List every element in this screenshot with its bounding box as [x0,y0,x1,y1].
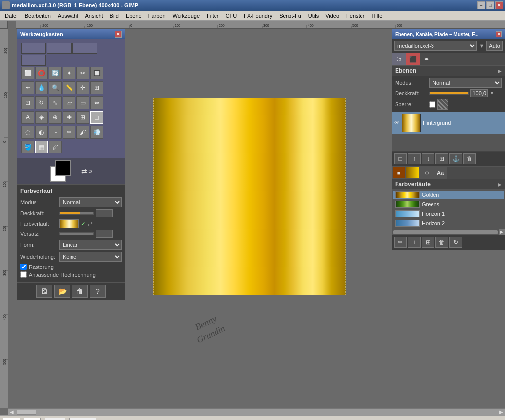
rasterung-checkbox[interactable] [20,264,27,270]
tab-channels[interactable]: ⬛ [406,53,420,65]
menu-cfu[interactable]: CFU [222,12,240,20]
tool-color-picker[interactable]: 💧 [35,81,48,94]
tool-perspective-clone[interactable]: ⊞ [76,111,89,124]
tool-airbrush[interactable]: 💨 [90,126,103,139]
gradient-item-golden[interactable]: Golden [393,191,504,199]
tool-lasso[interactable]: 🔄 [49,67,62,79]
menu-werkzeuge[interactable]: Werkzeuge [170,12,203,20]
new-gradient-button[interactable]: + [408,237,421,248]
gradient-item-horizon1[interactable]: Horizon 1 [393,209,504,218]
gradient-item-horizon2[interactable]: Horizon 2 [393,219,504,228]
menu-fenster[interactable]: Fenster [343,12,367,20]
reset-colors-button[interactable]: ↺ [88,169,92,174]
canvas-area[interactable]: Benny Grundin Werkzeugkasten ✕ [8,29,505,408]
scroll-right-button[interactable]: ▶ [497,409,505,415]
gradients-scroll-right[interactable]: ▶ [499,229,505,235]
move-layer-up-button[interactable]: ↑ [408,153,421,164]
scroll-left-button[interactable]: ◀ [8,409,16,415]
form-select[interactable]: Linear [59,240,122,250]
x-coord-input[interactable] [3,418,20,420]
horizontal-scrollbar[interactable]: ◀ ▶ [8,408,505,415]
tab-patterns[interactable]: ■ [392,167,406,179]
tool-paths[interactable]: ✒ [21,81,34,94]
deckkraft-value[interactable]: 100,0 [96,209,113,217]
delete-image-button[interactable]: 🗑 [72,285,88,298]
tool-erase[interactable]: ◻ [90,111,103,124]
lock-pattern-icon[interactable] [437,99,448,110]
tool-measure[interactable]: 📏 [63,81,75,94]
anchor-layer-button[interactable]: ⚓ [449,153,462,164]
layer-visibility-icon[interactable]: 👁 [394,119,400,126]
menu-fx-foundry[interactable]: FX-Foundry [241,12,275,20]
delete-layer-button[interactable]: 🗑 [463,153,476,164]
gradient-check-icon[interactable]: ✓ [81,220,86,227]
tool-by-color[interactable]: ◈ [35,111,48,124]
minimize-button[interactable]: − [477,1,485,9]
tab-gradients[interactable] [406,167,420,179]
ebenen-collapse-icon[interactable]: ▶ [498,68,502,74]
menu-auswahl[interactable]: Auswahl [55,12,81,20]
tool-move[interactable]: ✛ [76,81,89,94]
tool-text[interactable]: A [21,111,34,124]
delete-gradient-button[interactable]: 🗑 [435,237,448,248]
menu-ebene[interactable]: Ebene [123,12,144,20]
lock-position-checkbox[interactable] [429,101,435,108]
versatz-value[interactable]: 0,0 [96,230,113,238]
tool-blur[interactable]: ◌ [21,126,34,139]
layer-item[interactable]: 👁 Hintergrund [392,112,505,134]
menu-script-fu[interactable]: Script-Fu [276,12,304,20]
scroll-thumb[interactable] [17,410,36,415]
tool-flip[interactable]: ⇔ [90,96,103,109]
menu-datei[interactable]: Datei [2,12,21,20]
deckkraft-slider[interactable] [59,212,94,215]
anpassende-label[interactable]: Anpassende Hochrechnung [29,272,96,278]
menu-filter[interactable]: Filter [204,12,221,20]
tool-rect-select[interactable]: ⬜ [21,67,34,79]
tool-dodge-burn[interactable]: ◐ [35,126,48,139]
gradient-swap-icon[interactable]: ⇄ [88,220,93,227]
tool-scale[interactable]: ⤡ [49,96,62,109]
rasterung-label[interactable]: Rasterung [29,264,54,270]
gradient-preview[interactable] [59,219,79,228]
tool-ink[interactable]: 🖊 [49,141,62,153]
close-button[interactable]: ✕ [495,1,503,9]
tool-bucket-fill[interactable]: 🪣 [21,141,34,153]
gradients-collapse-icon[interactable]: ▶ [498,182,502,187]
tool-paintbrush[interactable]: 🖌 [76,126,89,139]
new-image-button[interactable]: 🖻 [36,285,52,298]
zoom-select[interactable]: 100% 50% 200% [69,418,96,420]
layers-image-select[interactable]: medaillon.xcf-3 [394,41,477,51]
tab-brushes[interactable]: ⚙ [420,167,433,179]
tool-zoom[interactable]: 🔍 [49,81,62,94]
tool-align[interactable]: ⊞ [90,81,103,94]
tool-pencil[interactable]: ✏ [63,126,75,139]
y-coord-input[interactable] [24,418,41,420]
wiederholung-select[interactable]: Keine [59,252,122,262]
modus-select[interactable]: Normal [59,197,122,207]
tool-ellipse-select[interactable]: ⭕ [35,67,48,79]
tool-fuzzy-select[interactable]: ✦ [63,67,75,79]
move-layer-down-button[interactable]: ↓ [422,153,434,164]
layers-deckkraft-value[interactable] [470,89,488,97]
tool-gradient[interactable]: ▦ [35,141,48,153]
layers-close-button[interactable]: ✕ [496,31,502,37]
menu-video[interactable]: Video [323,12,342,20]
tab-fonts[interactable]: Aa [433,167,447,179]
versatz-slider[interactable] [59,232,94,235]
tool-rotate[interactable]: ↻ [35,96,48,109]
edit-gradient-button[interactable]: ✏ [394,237,407,248]
refresh-gradients-button[interactable]: ↻ [449,237,462,248]
unit-select[interactable]: px mm in [45,418,65,420]
gradients-scrollbar[interactable]: ▶ [392,229,505,235]
tool-smudge[interactable]: ~ [49,126,62,139]
tool-perspective[interactable]: ▭ [76,96,89,109]
tab-paths[interactable]: ✒ [420,53,433,65]
foreground-color-swatch[interactable] [55,160,71,176]
help-button[interactable]: ? [90,285,106,298]
swap-colors-button[interactable]: ⇄ [81,167,87,175]
tool-clone[interactable]: ⊕ [49,111,62,124]
menu-ansicht[interactable]: Ansicht [82,12,106,20]
maximize-button[interactable]: □ [486,1,494,9]
layers-deckkraft-slider[interactable] [429,92,469,95]
layers-modus-select[interactable]: Normal [429,78,502,88]
